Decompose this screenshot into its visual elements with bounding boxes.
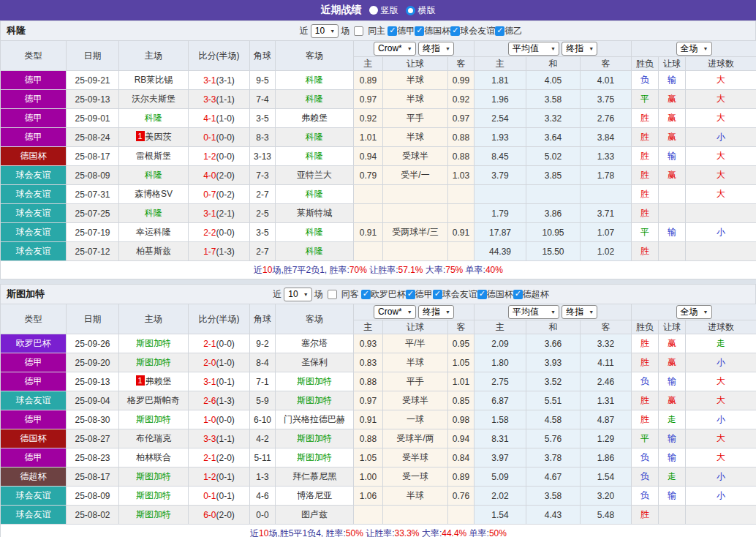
league-filter-checkbox[interactable] [388, 26, 397, 36]
away-team[interactable]: 科隆 [306, 246, 323, 256]
home-team[interactable]: 弗赖堡 [145, 376, 172, 386]
away-team[interactable]: 弗赖堡 [301, 113, 328, 123]
league-filter-label[interactable]: 德甲 [397, 25, 415, 37]
league-filter-label[interactable]: 德甲 [415, 288, 433, 301]
league-filter-checkbox[interactable] [477, 290, 487, 299]
away-team[interactable]: 科隆 [306, 75, 323, 85]
radio-horizontal-icon[interactable] [406, 6, 415, 15]
same-venue-label[interactable]: 同主 [368, 25, 385, 37]
same-venue-label[interactable]: 同客 [341, 288, 359, 301]
home-team[interactable]: 科隆 [145, 113, 162, 123]
away-team[interactable]: 科隆 [306, 151, 323, 161]
same-venue-checkbox[interactable] [328, 290, 337, 299]
league-filter-label[interactable]: 欧罗巴杯 [371, 288, 406, 301]
same-venue-checkbox[interactable] [354, 26, 363, 36]
home-team[interactable]: 沃尔夫斯堡 [132, 94, 175, 104]
away-team[interactable]: 科隆 [306, 227, 323, 237]
home-team[interactable]: 柏林联合 [136, 452, 171, 462]
avg-select[interactable]: 平均值 [508, 305, 559, 319]
avg-time-select[interactable]: 终指 [562, 305, 597, 319]
home-team[interactable]: 科隆 [145, 208, 162, 218]
title-bar: 近期战绩 竖版 横版 [0, 0, 756, 20]
league-filter-label[interactable]: 德国杯 [487, 288, 513, 301]
scope-select[interactable]: 全场 [676, 42, 712, 56]
away-team[interactable]: 科隆 [306, 189, 323, 199]
league-filter-checkbox[interactable] [361, 290, 371, 299]
league-filter-label[interactable]: 球会友谊 [460, 25, 495, 37]
home-team-cell: 斯图加特 [119, 410, 189, 429]
handicap-time-select[interactable]: 终指 [418, 42, 454, 56]
league-filter-checkbox[interactable] [433, 290, 442, 299]
league-filter-checkbox[interactable] [513, 290, 523, 299]
away-team[interactable]: 斯图加特 [297, 376, 332, 386]
league-filter-checkbox[interactable] [450, 26, 460, 36]
home-team[interactable]: 美因茨 [145, 132, 172, 142]
match-date: 25-09-26 [67, 334, 119, 353]
away-team[interactable]: 拜仁慕尼黑 [292, 471, 336, 481]
league-filter: 欧罗巴杯 [361, 288, 406, 301]
away-team[interactable]: 博洛尼亚 [297, 490, 332, 500]
match-count-select[interactable]: 10 [311, 24, 339, 38]
scope-select[interactable]: 全场 [676, 305, 712, 319]
home-team[interactable]: 斯图加特 [136, 490, 171, 500]
handicap-time-select[interactable]: 终指 [418, 305, 454, 319]
league-type-badge: 德甲 [1, 71, 67, 90]
away-team[interactable]: 莱斯特城 [297, 208, 332, 218]
score-cell: 3-1(2-1) [189, 204, 250, 223]
radio-vertical-label[interactable]: 竖版 [381, 4, 398, 17]
away-team[interactable]: 圣保利 [301, 357, 328, 367]
col-avg-draw: 和 [526, 320, 581, 334]
home-team[interactable]: 雷根斯堡 [136, 151, 171, 161]
away-team-cell: 科隆 [276, 242, 354, 261]
home-team[interactable]: 森博格SV [135, 189, 173, 199]
radio-vertical-icon[interactable] [369, 6, 378, 15]
match-count-select[interactable]: 10 [284, 288, 311, 301]
home-team-cell: 布伦瑞克 [119, 429, 189, 448]
avg-home-odds: 1.80 [475, 353, 526, 372]
away-team[interactable]: 图卢兹 [301, 509, 328, 519]
league-filter-label[interactable]: 德乙 [504, 25, 522, 37]
result-goals: 小 [686, 487, 756, 506]
away-team[interactable]: 斯图加特 [297, 395, 332, 405]
away-team[interactable]: 科隆 [306, 132, 323, 142]
home-team[interactable]: RB莱比锡 [135, 75, 173, 85]
avg-time-select[interactable]: 终指 [562, 42, 597, 56]
home-team[interactable]: 柏基斯兹 [136, 246, 171, 256]
avg-select[interactable]: 平均值 [508, 42, 559, 56]
home-team[interactable]: 斯图加特 [136, 509, 171, 519]
home-team-cell: 斯图加特 [119, 467, 189, 487]
league-filter-label[interactable]: 德国杯 [424, 25, 450, 37]
away-team[interactable]: 亚特兰大 [297, 170, 332, 180]
bookmaker-select[interactable]: Crow* [374, 305, 416, 319]
home-team[interactable]: 布伦瑞克 [136, 433, 171, 443]
home-team[interactable]: 格罗巴斯帕奇 [127, 395, 180, 405]
league-filter-label[interactable]: 德超杯 [523, 288, 549, 301]
home-team[interactable]: 科隆 [145, 170, 162, 180]
league-filter-checkbox[interactable] [495, 26, 504, 36]
layout-option-horizontal[interactable]: 横版 [406, 4, 436, 17]
away-team[interactable]: 科隆 [306, 94, 323, 104]
league-filter-label[interactable]: 球会友谊 [442, 288, 477, 301]
home-team[interactable]: 斯图加特 [136, 414, 171, 424]
away-team[interactable]: 门兴格拉德巴赫 [284, 414, 345, 424]
score-fulltime: 1-0 [203, 415, 216, 425]
result-goals [686, 204, 756, 223]
col-handicap-line: 让球 [383, 57, 448, 71]
score-cell: 3-1(0-1) [189, 372, 250, 391]
avg-away-odds: 3.84 [581, 128, 632, 147]
league-filter-checkbox[interactable] [415, 26, 424, 36]
bookmaker-select[interactable]: Crow* [374, 42, 416, 56]
corners-cell: 3-13 [250, 147, 276, 166]
layout-option-vertical[interactable]: 竖版 [369, 4, 398, 17]
home-team[interactable]: 斯图加特 [136, 471, 171, 481]
home-team[interactable]: 幸运科隆 [136, 227, 171, 237]
corners-cell: 7-4 [250, 90, 276, 109]
away-team[interactable]: 塞尔塔 [301, 338, 328, 348]
league-filter-checkbox[interactable] [406, 290, 415, 299]
away-team[interactable]: 斯图加特 [297, 452, 332, 462]
away-team[interactable]: 斯图加特 [297, 433, 332, 443]
home-team[interactable]: 斯图加特 [136, 357, 171, 367]
radio-horizontal-label[interactable]: 横版 [418, 4, 436, 17]
result-outcome: 胜 [632, 204, 659, 223]
home-team[interactable]: 斯图加特 [136, 338, 171, 348]
